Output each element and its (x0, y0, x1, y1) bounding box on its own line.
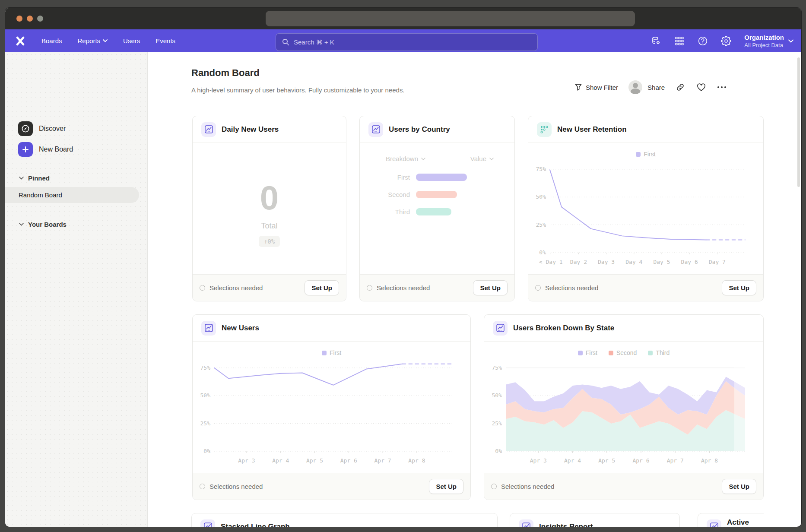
svg-text:0%: 0% (539, 249, 546, 256)
svg-text:Apr 3: Apr 3 (238, 457, 255, 464)
window-close-button[interactable] (16, 16, 22, 22)
more-options-icon[interactable] (717, 82, 727, 92)
card-title: Users Broken Down By State (513, 324, 614, 332)
legend-item: First (578, 349, 597, 356)
set-up-button[interactable]: Set Up (473, 280, 508, 295)
svg-text:50%: 50% (492, 392, 502, 399)
show-filter-label: Show Filter (586, 84, 618, 91)
nav-item-boards[interactable]: Boards (35, 34, 68, 48)
apps-grid-icon[interactable] (674, 36, 685, 46)
svg-text:Day 3: Day 3 (598, 259, 615, 265)
sidebar-item-random-board[interactable]: Random Board (5, 187, 139, 203)
sidebar-section-your-boards[interactable]: Your Boards (19, 221, 67, 228)
favorite-heart-icon[interactable] (696, 82, 706, 92)
card-title: Active Users (727, 518, 755, 527)
copy-link-icon[interactable] (675, 82, 685, 92)
chevron-down-icon (103, 39, 108, 42)
chart-body: First 75%50%25%0%Apr 3Apr 4Apr 5Apr 6Apr… (193, 342, 470, 473)
line-chart-icon (707, 519, 721, 527)
navbar-right: Organization All Project Data (651, 29, 793, 52)
card-header: New Users (193, 315, 470, 342)
settings-gear-icon[interactable] (721, 36, 731, 46)
legend-swatch (648, 351, 653, 355)
svg-text:Day 7: Day 7 (709, 259, 726, 265)
share-button[interactable]: Share (628, 80, 665, 94)
org-project: All Project Data (744, 42, 784, 48)
org-switcher[interactable]: Organization All Project Data (744, 34, 793, 48)
scrollbar-thumb[interactable] (797, 57, 800, 187)
svg-text:Apr 5: Apr 5 (306, 457, 323, 464)
window-minimize-button[interactable] (27, 16, 33, 22)
breakdown-columns: Breakdown Value (360, 143, 514, 162)
browser-address-bar[interactable] (266, 11, 635, 26)
legend-swatch (609, 351, 613, 355)
svg-text:25%: 25% (536, 222, 546, 228)
row-label: First (360, 174, 416, 181)
chart-body: First 75%50%25%0%< Day 1Day 2Day 3Day 4D… (528, 143, 763, 274)
bar-third (416, 208, 451, 215)
section-label: Your Boards (28, 221, 67, 228)
selections-needed-label: Selections needed (501, 483, 722, 490)
nav-item-events[interactable]: Events (149, 34, 181, 48)
window-titlebar (5, 8, 801, 29)
card-footer: Selections needed Set Up (528, 274, 763, 301)
search-icon (282, 38, 289, 46)
svg-text:Apr 6: Apr 6 (340, 457, 357, 464)
card-title: Daily New Users (222, 125, 279, 134)
section-label: Pinned (28, 174, 50, 182)
card-title: Stacked Line Graph (221, 522, 290, 527)
top-navbar: Boards Reports Users Events Search ⌘ + K (5, 29, 801, 52)
card-footer: Selections needed Set Up (360, 274, 514, 301)
sidebar-item-new-board[interactable]: New Board (18, 142, 73, 157)
svg-text:25%: 25% (492, 420, 502, 427)
card-header: Daily New Users (193, 116, 346, 143)
selection-status-icon (535, 285, 541, 291)
card-new-users: New Users First 75%50%25%0%Apr 3Apr 4Apr… (192, 314, 471, 500)
help-icon[interactable] (698, 36, 708, 46)
sidebar-item-discover[interactable]: Discover (18, 121, 66, 136)
primary-nav: Boards Reports Users Events (35, 34, 181, 48)
sidebar-section-pinned[interactable]: Pinned (19, 174, 50, 182)
avatar (628, 80, 642, 94)
nav-item-reports[interactable]: Reports (72, 34, 114, 48)
svg-text:50%: 50% (536, 193, 546, 200)
set-up-button[interactable]: Set Up (305, 280, 339, 295)
search-input[interactable]: Search ⌘ + K (276, 33, 538, 51)
stacked-area-chart: 75%50%25%0%Apr 3Apr 4Apr 5Apr 6Apr 7Apr … (484, 358, 763, 468)
selection-status-icon (491, 484, 497, 489)
legend-item: First (636, 151, 655, 158)
svg-text:Apr 4: Apr 4 (564, 457, 581, 464)
card-footer: Selections needed Set Up (193, 473, 470, 500)
card-header: Users by Country (360, 116, 514, 143)
svg-text:< Day 1: < Day 1 (539, 259, 563, 265)
metric-value: 0 (193, 181, 346, 215)
selection-status-icon (200, 285, 205, 291)
set-up-button[interactable]: Set Up (722, 479, 756, 494)
card-title: Insights Report (539, 522, 593, 527)
chevron-down-icon (19, 177, 24, 180)
breakdown-column-select[interactable]: Breakdown (386, 155, 425, 162)
new-users-line-chart: 75%50%25%0%Apr 3Apr 4Apr 5Apr 6Apr 7Apr … (193, 358, 470, 468)
svg-text:Day 6: Day 6 (681, 259, 698, 265)
value-column-select[interactable]: Value (470, 155, 494, 162)
chevron-down-icon (19, 223, 24, 226)
legend-item: First (322, 349, 341, 356)
card-users-by-state: Users Broken Down By State FirstSecondTh… (484, 314, 764, 500)
legend-swatch (636, 152, 641, 157)
nav-item-users[interactable]: Users (117, 34, 146, 48)
card-daily-new-users: Daily New Users 0 Total ↑0% Selections n… (192, 116, 346, 301)
show-filter-button[interactable]: Show Filter (574, 83, 618, 91)
data-management-icon[interactable] (651, 36, 661, 46)
metric-block: 0 Total ↑0% (193, 181, 346, 247)
filter-funnel-icon (574, 83, 582, 91)
svg-text:Apr 5: Apr 5 (598, 457, 615, 464)
chevron-down-icon (421, 158, 425, 160)
set-up-button[interactable]: Set Up (722, 280, 756, 295)
set-up-button[interactable]: Set Up (429, 479, 463, 494)
card-title: Users by Country (389, 125, 450, 134)
svg-text:75%: 75% (492, 364, 502, 371)
metric-delta-badge: ↑0% (259, 236, 280, 247)
window-zoom-button[interactable] (37, 16, 43, 22)
breakdown-row: First (360, 174, 514, 181)
mixpanel-logo-icon[interactable] (15, 35, 26, 47)
